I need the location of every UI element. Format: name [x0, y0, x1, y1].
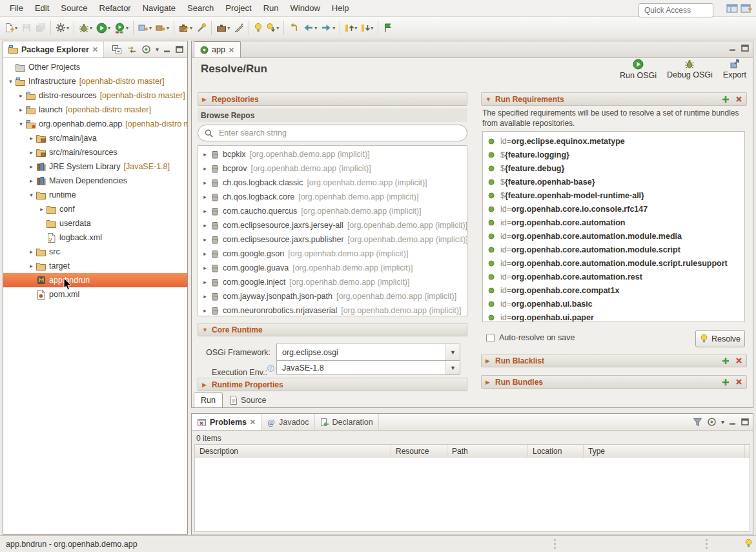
twisty-expanded-icon[interactable]: ▾ [17, 121, 25, 127]
twisty-collapsed-icon[interactable]: ▸ [27, 135, 36, 141]
tree-item-pom-xml[interactable]: pom.xml [3, 287, 187, 302]
column-header-path[interactable]: Path [447, 445, 528, 458]
section-run-requirements[interactable]: ▼ Run Requirements [481, 92, 747, 106]
tree-item-userdata[interactable]: userdata [3, 216, 187, 230]
pin-editor-button[interactable] [382, 20, 393, 36]
repo-item-bcpkix[interactable]: ▸bcpkix[org.openhab.demo.app (implicit)] [198, 147, 467, 161]
add-blacklist-icon[interactable] [722, 357, 730, 365]
requirement-feature-openhab-model-runtime-all[interactable]: ${feature.openhab-model-runtime-all} [483, 189, 744, 202]
dropdown-arrow-icon[interactable]: ▾ [66, 25, 69, 31]
dropdown-arrow-icon[interactable]: ▾ [227, 25, 230, 31]
next-annotation-button[interactable]: ▾ [360, 20, 374, 36]
tree-item-logback-xml[interactable]: logback.xml [3, 230, 187, 245]
add-requirement-icon[interactable] [722, 96, 730, 103]
section-run-blacklist[interactable]: ▶ Run Blacklist [481, 354, 747, 367]
editor-tab-app[interactable]: app [194, 41, 241, 57]
resolve-button[interactable]: Resolve [695, 330, 745, 347]
twisty-collapsed-icon[interactable]: ▸ [201, 194, 209, 200]
repo-item-com-eclipsesource-jaxrs-publisher[interactable]: ▸com.eclipsesource.jaxrs.publisher[org.o… [198, 232, 467, 247]
menu-search[interactable]: Search [181, 1, 220, 15]
chevron-down-icon[interactable]: ▼ [445, 343, 460, 361]
twisty-collapsed-icon[interactable]: ▸ [201, 165, 209, 172]
dropdown-arrow-icon[interactable]: ▾ [90, 25, 92, 31]
menu-edit[interactable]: Edit [29, 1, 55, 15]
quick-access-input[interactable] [639, 3, 713, 17]
focus-on-active-task-icon[interactable] [141, 45, 151, 54]
build-settings-button[interactable]: ▾ [54, 20, 70, 36]
twisty-collapsed-icon[interactable]: ▸ [201, 250, 209, 257]
twisty-expanded-icon[interactable]: ▾ [27, 192, 36, 198]
tree-item-jre-system-library[interactable]: ▸JRE System Library[JavaSE-1.8] [3, 159, 187, 174]
open-perspective-icon[interactable] [726, 3, 738, 14]
collapse-all-icon[interactable] [112, 45, 122, 55]
tree-item-src-main-java[interactable]: ▸src/main/java [3, 131, 187, 145]
requirement-org-openhab-core-automation-module-media[interactable]: id=org.openhab.core.automation.module.me… [483, 229, 744, 243]
tree-item-target[interactable]: ▸target [3, 259, 187, 273]
tree-item-conf[interactable]: ▸conf [3, 202, 187, 216]
tool-button[interactable] [232, 20, 245, 36]
minimize-icon[interactable] [163, 46, 171, 53]
run-button[interactable]: ▾ [95, 20, 112, 36]
auto-resolve-checkbox[interactable] [486, 334, 495, 342]
repo-item-com-google-gson[interactable]: ▸com.google.gson[org.openhab.demo.app (i… [198, 247, 467, 261]
close-icon[interactable] [229, 47, 234, 53]
column-header-description[interactable]: Description [195, 445, 391, 458]
twisty-collapsed-icon[interactable]: ▸ [201, 279, 209, 285]
dropdown-arrow-icon[interactable]: ▾ [190, 25, 192, 31]
menu-refactor[interactable]: Refactor [94, 1, 137, 15]
coverage-button[interactable]: ▾ [113, 20, 130, 36]
link-with-editor-icon[interactable] [127, 45, 137, 54]
problems-table-body[interactable] [194, 458, 750, 532]
menu-help[interactable]: Help [326, 1, 355, 15]
maximize-icon[interactable] [176, 46, 183, 53]
dropdown-arrow-icon[interactable]: ▾ [126, 25, 128, 31]
dropdown-arrow-icon[interactable]: ▾ [108, 25, 110, 31]
search-input[interactable] [218, 128, 460, 138]
requirement-feature-logging[interactable]: ${feature.logging} [483, 148, 744, 161]
save-button[interactable] [20, 20, 33, 36]
annotations-button[interactable]: ▾ [265, 20, 280, 36]
repo-item-com-eclipsesource-jaxrs-jersey-all[interactable]: ▸com.eclipsesource.jaxrs.jersey-all[org.… [198, 218, 467, 232]
forward-button[interactable]: ▾ [320, 20, 336, 36]
tree-item-distro-resources[interactable]: ▸distro-resources[openhab-distro master] [3, 88, 187, 103]
twisty-collapsed-icon[interactable]: ▸ [201, 222, 209, 229]
export-button[interactable]: Export [723, 59, 746, 80]
maximize-icon[interactable] [741, 45, 749, 52]
tree-item-infrastructure[interactable]: ▾Infrastructure[openhab-distro master] [3, 74, 187, 88]
tips-lightbulb-icon[interactable] [744, 538, 753, 548]
tree-item-src-main-resources[interactable]: ▸src/main/resources [3, 145, 187, 159]
twisty-collapsed-icon[interactable]: ▸ [201, 265, 209, 271]
view-tab-javadoc[interactable]: @Javadoc [261, 414, 315, 430]
section-repositories[interactable]: ▶ Repositories [198, 92, 467, 106]
dropdown-arrow-icon[interactable]: ▾ [371, 25, 373, 31]
lightbulb-button[interactable] [252, 20, 264, 36]
requirement-org-openhab-core-automation-module-script[interactable]: id=org.openhab.core.automation.module.sc… [483, 243, 744, 256]
prev-annotation-button[interactable]: ▾ [343, 20, 358, 36]
new-java-project-button[interactable]: ▾ [137, 20, 153, 36]
package-explorer-tab[interactable]: Package Explorer [3, 41, 104, 57]
section-core-runtime[interactable]: ▼ Core Runtime [198, 323, 467, 336]
requirement-org-openhab-core-automation[interactable]: id=org.openhab.core.automation [483, 216, 744, 229]
minimize-icon[interactable] [729, 45, 737, 52]
repo-item-com-caucho-quercus[interactable]: ▸com.caucho.quercus[org.openhab.demo.app… [198, 204, 467, 218]
column-header-type[interactable]: Type [584, 445, 745, 458]
column-header-resource[interactable]: Resource [391, 445, 447, 458]
tree-item-maven-dependencies[interactable]: ▸Maven Dependencies [3, 174, 187, 188]
minimize-icon[interactable] [729, 418, 737, 425]
view-tab-problems[interactable]: Problems [192, 414, 261, 430]
sash-grip[interactable] [554, 539, 556, 541]
requirement-feature-debug[interactable]: ${feature.debug} [483, 161, 744, 175]
twisty-collapsed-icon[interactable]: ▸ [27, 149, 36, 156]
repo-item-ch-qos-logback-classic[interactable]: ▸ch.qos.logback.classic[org.openhab.demo… [198, 176, 467, 190]
requirement-org-openhab-core-automation-module-script-rulesupport[interactable]: id=org.openhab.core.automation.module.sc… [483, 256, 744, 270]
repo-item-com-jayway-jsonpath-json-path[interactable]: ▸com.jayway.jsonpath.json-path[org.openh… [198, 289, 467, 303]
twisty-collapsed-icon[interactable]: ▸ [201, 151, 209, 158]
twisty-collapsed-icon[interactable]: ▸ [17, 92, 25, 99]
dropdown-arrow-icon[interactable]: ▾ [332, 25, 335, 31]
remove-requirement-icon[interactable] [735, 96, 742, 103]
last-edit-button[interactable] [287, 20, 300, 36]
remove-blacklist-icon[interactable] [735, 357, 742, 364]
search-wand-button[interactable] [195, 20, 208, 36]
editor-page-tab-source[interactable]: Source [223, 393, 274, 407]
run-osgi-button[interactable]: Run OSGi [620, 59, 657, 80]
